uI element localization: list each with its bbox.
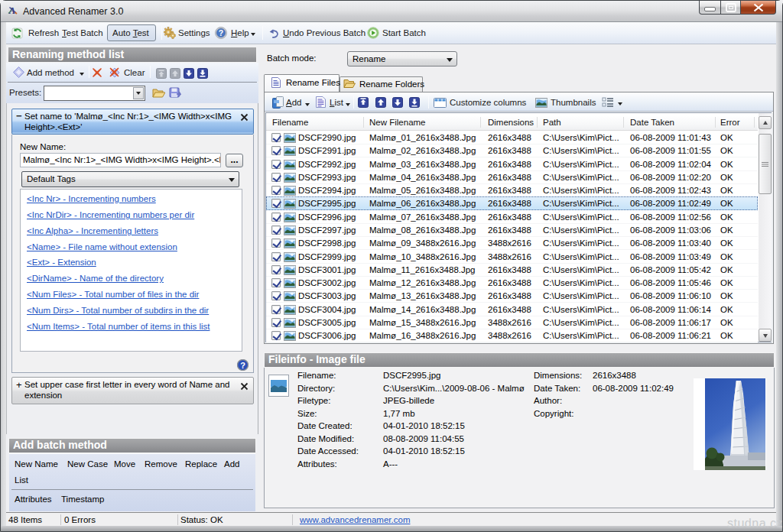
svg-text:?: ? xyxy=(240,361,245,370)
svg-text:?: ? xyxy=(219,28,223,37)
svg-text:A: A xyxy=(8,5,15,16)
